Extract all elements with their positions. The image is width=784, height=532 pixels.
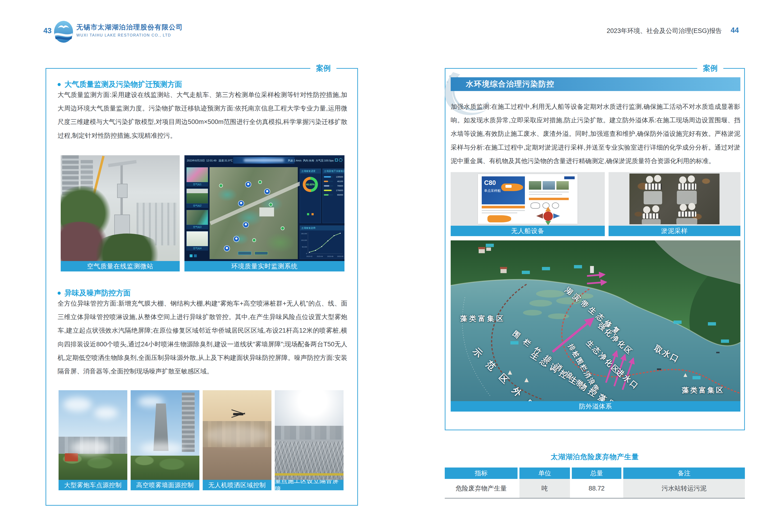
company-name-cn: 无锡市太湖湖泊治理股份有限公司 (76, 23, 183, 32)
soil-volume-panel: 土壤及地下水修复总量 130500 46100 78900 176600 650… (323, 169, 344, 223)
lake-map-image: 藻类富集区 湖滨带生态修复 强化净化区 取水口 生态净化区 排桩围栏消浪带 生态… (451, 241, 740, 401)
map-marker-green[interactable] (219, 184, 223, 188)
fullscreen-icon[interactable] (335, 159, 338, 162)
construction-ground-shape (203, 447, 272, 480)
camera-label: 空气站1 (186, 182, 208, 187)
sample-tubes (645, 184, 662, 190)
legend-orange (311, 213, 314, 215)
water-treatment-paragraph: 加强水质监测:在施工过程中,利用无人船等设备定期对水质进行监测,确保施工活动不对… (451, 100, 740, 168)
svg-text:150,000: 150,000 (301, 233, 307, 234)
mud-sampling-image (609, 172, 740, 226)
dashboard-camera-list: 空气站1 空气站2 空气站3 空气站4 (186, 167, 208, 251)
env-dashboard: 2023年8月23日 12:01:49 温度:31.9℃ 湿度:70.9% 风速… (185, 155, 344, 261)
svg-text:50,000: 50,000 (302, 246, 307, 248)
panel-title: 土壤修复进度 (300, 169, 321, 173)
photo-mud-sampling: 淤泥采样 (609, 172, 740, 236)
warehouse-roof-shape (259, 207, 274, 217)
brochure-thumb (543, 181, 555, 190)
section-heading-odor-noise: 异味及噪声防控方面 (58, 288, 131, 298)
bullet-icon (58, 83, 61, 86)
photo-air-monitoring-station: 空气质量在线监测微站 (61, 155, 180, 272)
page-number-right: 44 (731, 26, 739, 35)
table-cell: 吨 (520, 479, 570, 498)
svg-text:2023-06: 2023-06 (327, 256, 333, 257)
progress-value: 48.60% (303, 177, 318, 192)
progress-donut-chart: 48.60% (303, 177, 318, 192)
brochure-thumb (556, 181, 569, 190)
brochure-sheet: C80 单点采样船 (478, 174, 578, 224)
map-marker-green[interactable] (258, 180, 262, 184)
ground-photo (629, 173, 720, 224)
photo-sound-barrier: 重点施工区设立隔音屏障 (275, 390, 343, 490)
camera-label: 空气站2 (186, 204, 208, 208)
photo-caption: 防外溢体系 (451, 401, 740, 412)
map-marker[interactable] (264, 189, 270, 195)
case-tag-left: 案例 (310, 63, 336, 74)
map-marker-green[interactable] (281, 226, 284, 230)
table-header: 总量 (572, 468, 621, 479)
photo-caption: 大型雾炮车点源控制 (59, 480, 127, 490)
map-marker-green[interactable] (269, 203, 273, 206)
brochure-orange-bar (529, 198, 569, 200)
gear-icon[interactable] (339, 158, 342, 162)
panel-title: 土壤修复趋势 (300, 226, 344, 230)
photo-caption: 重点施工区设立隔音屏障 (275, 480, 343, 490)
equipment-box (117, 184, 128, 198)
sound-barrier-image (275, 390, 343, 480)
air-quality-paragraph: 大气质量监测方面:采用建设在线监测站、大气走航车、第三方检测单位采样检测等针对性… (58, 88, 347, 142)
table-bottom-rule (445, 498, 745, 499)
map-marker[interactable] (243, 222, 249, 228)
camera-thumb[interactable] (186, 210, 208, 225)
panel-title: 土壤及地下水修复总量 (323, 169, 344, 173)
map-label: 藻类富集区 (682, 386, 725, 395)
sample-bag (642, 219, 661, 225)
table-data-row: 危险废弃物产生量 吨 88.72 污水站转运污泥 (445, 479, 745, 498)
city-skyline-shape (275, 426, 343, 440)
map-marker-green[interactable] (252, 238, 256, 242)
company-name-block: 无锡市太湖湖泊治理股份有限公司 WUXI TAIHU LAKE RESTORAT… (76, 23, 183, 37)
table-header: 单位 (520, 468, 570, 479)
left-case-box: 案例 大气质量监测及污染物扩迁预测方面 大气质量监测方面:采用建设在线监测站、大… (46, 68, 358, 506)
photo-caption: 环境质量实时监测系统 (185, 261, 344, 272)
brochure-thumb (529, 181, 541, 190)
map-marker[interactable] (238, 200, 244, 206)
sample-bag (677, 191, 697, 204)
legend-chip (238, 252, 251, 255)
map-marker[interactable] (245, 181, 251, 188)
camera-thumb[interactable] (186, 189, 208, 204)
map-marker[interactable] (233, 236, 240, 242)
company-logo (54, 20, 74, 43)
boat-name: 单点采样船 (484, 189, 501, 193)
sample-tubes (678, 212, 696, 217)
camera-thumb[interactable] (186, 231, 208, 246)
svg-text:2023-04: 2023-04 (317, 256, 323, 257)
table-header-row: 指标 单位 总量 备注 (445, 468, 745, 479)
tower-building-shape (182, 393, 195, 452)
photo-monitoring-dashboard: 2023年8月23日 12:01:49 温度:31.9℃ 湿度:70.9% 风速… (185, 155, 344, 272)
dash-temp: 温度:31.9℃ (219, 159, 232, 162)
air-monitoring-station-image (61, 155, 180, 261)
equipment-box (114, 215, 130, 236)
yellow-beam-shape (275, 473, 343, 476)
pager-dot[interactable] (194, 254, 197, 257)
case-banner: 水环境综合治理污染防控 (451, 77, 740, 91)
photo-unmanned-boat: C80 单点采样船 (451, 172, 605, 236)
satellite-map[interactable] (209, 167, 298, 259)
photo-overflow-prevention-map: 藻类富集区 湖滨带生态修复 强化净化区 取水口 生态净化区 排桩围栏消浪带 生态… (451, 241, 740, 412)
boat-brochure-image: C80 单点采样船 (451, 172, 605, 226)
dash-pressure: 大气压:100.5pa (315, 159, 334, 162)
pager-dot[interactable] (190, 254, 193, 257)
boat-shape-small (487, 215, 511, 222)
pinwheel-blade (553, 213, 560, 219)
map-label: 藻类富集区 (460, 314, 505, 324)
boat-sketch (552, 202, 559, 208)
camera-label: 空气站3 (186, 225, 208, 229)
report-spread: 43 无锡市太湖湖泊治理股份有限公司 WUXI TAIHU LAKE RESTO… (0, 0, 784, 532)
brochure-logo-shape (564, 176, 575, 179)
map-marker[interactable] (224, 245, 230, 252)
brochure-header-panel: C80 单点采样船 (482, 176, 525, 204)
soil-trend-panel: 土壤修复趋势 150,000 100,000 50,000 0 2023-02 … (300, 225, 344, 259)
table-header: 指标 (445, 468, 517, 479)
camera-thumb[interactable] (186, 167, 208, 182)
report-title: 2023年环境、社会及公司治理(ESG)报告 (604, 27, 722, 35)
